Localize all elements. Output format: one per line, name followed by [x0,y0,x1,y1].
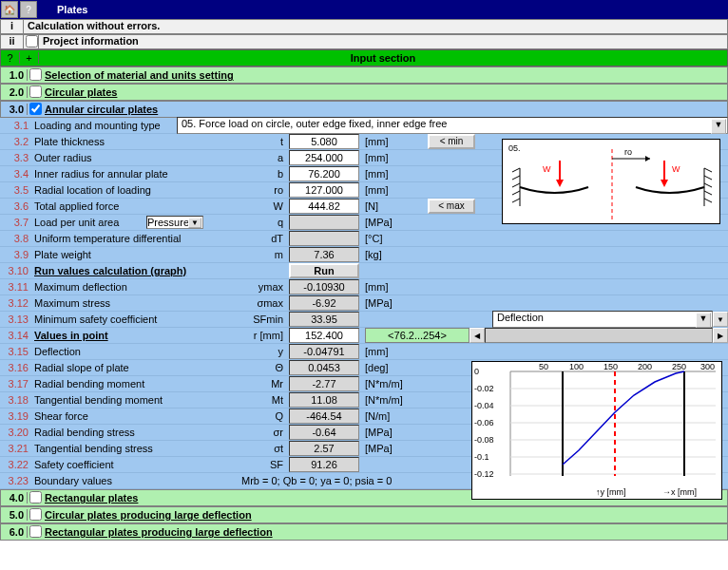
status-num: i [1,20,24,33]
status-num: ii [1,35,24,48]
project-info-checkbox[interactable] [26,35,38,48]
svg-marker-14 [645,156,650,162]
loading-type-select[interactable]: 05. Force load on circle, outer edge fix… [177,117,728,134]
range-left-arrow[interactable]: ◀ [469,328,485,343]
total-force-input[interactable]: 444.82 [289,199,359,214]
svg-line-3 [512,183,520,187]
input-section-header: ? + Input section [0,49,728,66]
svg-text:-0.04: -0.04 [474,401,494,410]
svg-text:0: 0 [474,367,479,376]
temp-diff-value [289,231,359,246]
radial-location-input[interactable]: 127.000 [289,182,359,198]
titlebar: 🏠 ? Plates [0,0,728,19]
group-6-header[interactable]: 6.0 Rectangular plates producing large d… [0,523,728,541]
svg-text:250: 250 [672,362,686,371]
svg-text:-0.12: -0.12 [474,469,494,479]
status-row-ii: ii Project information [0,34,728,49]
svg-text:W: W [543,164,551,174]
svg-text:↑y [mm]: ↑y [mm] [596,487,626,497]
svg-line-1 [512,168,520,172]
window-title: Plates [57,4,87,15]
group-3-header[interactable]: 3.0 Annular circular plates [0,101,728,118]
svg-text:-0.02: -0.02 [474,384,494,393]
plate-thickness-input[interactable]: 5.080 [289,134,359,149]
outer-radius-input[interactable]: 254.000 [289,150,359,165]
svg-line-8 [704,176,712,180]
svg-text:ro: ro [624,147,632,157]
svg-line-11 [704,199,712,202]
svg-text:-0.06: -0.06 [474,418,494,428]
section-help[interactable]: ? [1,52,20,64]
load-area-value [289,215,359,230]
svg-line-2 [512,176,520,180]
group-5-header[interactable]: 5.0 Circular plates producing large defl… [0,506,728,523]
grp1-checkbox[interactable] [29,68,42,81]
group-2-header[interactable]: 2.0 Circular plates [0,84,728,101]
section-title: Input section [39,52,727,64]
svg-marker-20 [661,180,668,187]
svg-marker-17 [556,180,564,187]
group-3-body: 05. ro [0,118,728,489]
grp6-checkbox[interactable] [29,525,42,538]
chart-type-select[interactable]: Deflection [492,311,713,328]
inner-radius-input[interactable]: 76.200 [289,166,359,181]
group-1-header[interactable]: 1.0 Selection of material and units sett… [0,66,728,84]
svg-text:150: 150 [603,362,618,371]
svg-line-10 [704,191,712,195]
status-text: Calculation without errors. [24,20,727,33]
help-icon[interactable]: ? [20,1,37,18]
svg-text:-0.1: -0.1 [474,452,489,462]
boundary-values: Mrb = 0; Qb = 0; ya = 0; psia = 0 [203,475,392,486]
section-expand[interactable]: + [20,52,39,64]
grp4-checkbox[interactable] [29,491,42,504]
range-right-arrow[interactable]: ▶ [713,328,728,343]
svg-text:300: 300 [700,362,715,371]
min-button[interactable]: < min [428,134,475,149]
max-button[interactable]: < max [428,199,475,214]
plate-weight-value: 7.36 [289,247,359,262]
grp5-checkbox[interactable] [29,508,42,521]
svg-line-7 [704,168,712,172]
mounting-diagram: 05. ro [502,139,720,224]
grp2-checkbox[interactable] [29,86,42,98]
svg-text:-0.08: -0.08 [474,435,494,445]
values-point-input[interactable]: 152.400 [289,328,359,343]
range-display: <76.2...254> [365,328,469,343]
svg-line-9 [704,183,712,187]
grp3-checkbox[interactable] [29,103,42,115]
svg-text:100: 100 [569,362,584,371]
diagram-caption: 05. [508,143,521,153]
svg-line-5 [512,199,520,202]
svg-text:→x [mm]: →x [mm] [662,487,697,497]
svg-text:50: 50 [539,362,548,371]
svg-text:W: W [672,164,680,174]
deflection-chart: 0 -0.02 -0.04 -0.06 -0.08 -0.1 -0.12 501… [471,361,722,500]
status-text: Project information [39,35,727,48]
run-button[interactable]: Run [289,263,359,278]
svg-text:200: 200 [638,362,652,371]
svg-line-4 [512,191,520,195]
row-loading-type: 3.1 Loading and mounting type 05. Force … [0,118,728,134]
pressure-select[interactable]: Pressure [146,216,203,229]
app-icon[interactable]: 🏠 [1,1,18,18]
chart-select-arrow[interactable]: ▼ [713,312,728,327]
status-row-i: i Calculation without errors. [0,19,728,34]
